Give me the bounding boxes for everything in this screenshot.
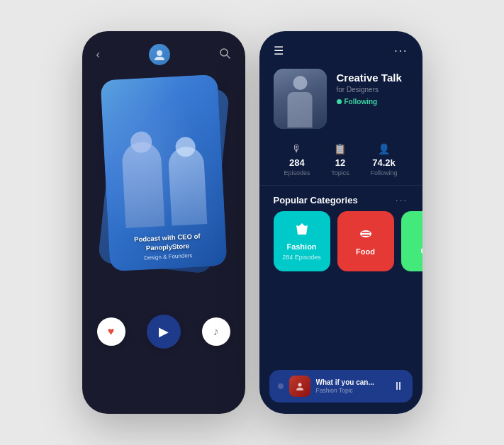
topics-label: Topics	[331, 169, 349, 176]
following-badge[interactable]: Following	[337, 98, 408, 106]
progress-indicator	[278, 383, 284, 389]
card-stack: Podcast with CEO of PanoplyStore Design …	[96, 74, 231, 300]
svg-rect-5	[362, 235, 370, 236]
now-playing-title: What if you can...	[316, 378, 387, 386]
svg-point-3	[360, 230, 371, 237]
food-icon	[359, 227, 373, 244]
back-button[interactable]: ‹	[96, 48, 100, 61]
categories-title: Popular Categories	[274, 195, 358, 205]
left-header: ‹	[82, 31, 245, 74]
categories-row: Fashion 284 Episodes Food 🎮 Ga...	[259, 211, 422, 271]
topics-icon: 📋	[334, 143, 346, 154]
svg-rect-4	[362, 232, 370, 233]
category-fashion[interactable]: Fashion 284 Episodes	[274, 211, 330, 271]
stat-topics: 📋 12 Topics	[331, 143, 349, 176]
svg-line-2	[227, 55, 230, 58]
stat-following: 👤 74.2k Following	[371, 143, 398, 176]
food-name: Food	[356, 247, 375, 256]
mic-icon: 🎙	[292, 143, 302, 154]
category-gaming[interactable]: 🎮 Ga...	[401, 211, 422, 271]
pause-button[interactable]: ⏸	[393, 380, 404, 393]
card-info: Podcast with CEO of PanoplyStore Design …	[108, 231, 227, 263]
profile-figure	[284, 76, 316, 129]
stats-row: 🎙 284 Episodes 📋 12 Topics 👤 74.2k Follo…	[259, 137, 422, 186]
podcast-image	[102, 117, 225, 229]
left-phone: ‹	[82, 31, 245, 414]
now-playing-subtitle: Fashion Topic	[316, 387, 387, 394]
profile-section: Creative Talk for Designers Following	[259, 63, 422, 137]
more-options-button[interactable]: ···	[394, 45, 408, 57]
svg-point-6	[298, 383, 301, 387]
avatar[interactable]	[149, 44, 170, 65]
search-icon[interactable]	[219, 47, 230, 62]
heart-icon: ♥	[108, 325, 115, 338]
right-phone: ☰ ··· Creative Talk for Designers Follow…	[259, 31, 422, 414]
categories-header: Popular Categories ···	[259, 186, 422, 211]
profile-info: Creative Talk for Designers Following	[337, 69, 408, 106]
following-dot	[337, 99, 342, 104]
fashion-name: Fashion	[286, 242, 316, 251]
episodes-count: 284	[289, 157, 305, 168]
gaming-name: Ga...	[421, 247, 422, 255]
profile-name: Creative Talk	[337, 72, 408, 84]
topics-count: 12	[335, 157, 345, 168]
stat-episodes: 🎙 284 Episodes	[284, 143, 310, 176]
following-count: 74.2k	[372, 157, 396, 168]
now-playing-thumbnail	[289, 376, 310, 397]
episodes-label: Episodes	[284, 169, 310, 176]
fashion-icon	[295, 222, 309, 240]
playlist-button[interactable]: ♪	[202, 317, 230, 346]
menu-button[interactable]: ☰	[274, 44, 284, 57]
gaming-icon: 🎮	[422, 228, 422, 244]
svg-point-0	[157, 50, 162, 56]
profile-handle: for Designers	[337, 86, 408, 94]
play-icon: ▶	[159, 324, 169, 339]
now-playing-info: What if you can... Fashion Topic	[316, 378, 387, 394]
player-controls: ♥ ▶ ♪	[82, 315, 245, 349]
followers-icon: 👤	[378, 143, 390, 154]
categories-more-button[interactable]: ···	[396, 194, 408, 205]
following-label: Following	[345, 98, 378, 106]
fashion-episodes: 284 Episodes	[282, 254, 321, 261]
play-button[interactable]: ▶	[147, 315, 181, 349]
card-title: Podcast with CEO of PanoplyStore	[114, 231, 220, 254]
favorite-button[interactable]: ♥	[97, 317, 125, 346]
podcast-card-front[interactable]: Podcast with CEO of PanoplyStore Design …	[100, 74, 227, 271]
category-food[interactable]: Food	[337, 211, 394, 271]
following-stat-label: Following	[371, 169, 398, 176]
right-header: ☰ ···	[259, 31, 422, 63]
music-icon: ♪	[213, 325, 219, 338]
now-playing-bar[interactable]: What if you can... Fashion Topic ⏸	[269, 370, 413, 402]
profile-photo	[274, 69, 327, 129]
